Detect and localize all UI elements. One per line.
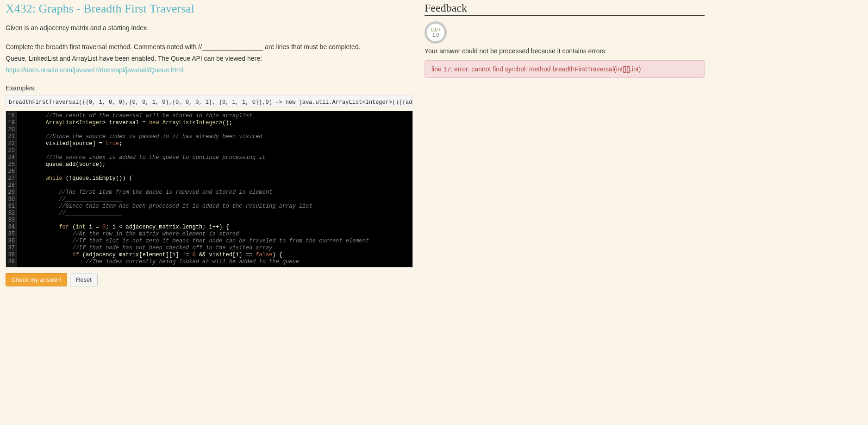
- score-numerator: 0.0 /: [431, 27, 440, 32]
- code-editor[interactable]: 1819202122232425262728293031323334353637…: [6, 111, 413, 267]
- code-line[interactable]: [19, 147, 411, 154]
- line-number: 38: [7, 252, 15, 259]
- line-number: 33: [7, 217, 15, 224]
- error-box: line 17: error: cannot find symbol: meth…: [425, 60, 705, 78]
- line-number: 31: [7, 203, 15, 210]
- line-number: 25: [7, 161, 15, 168]
- problem-description: Given is an adjacency matrix and a start…: [6, 23, 413, 93]
- code-line[interactable]: //Since this item has been processed it …: [19, 203, 411, 210]
- line-number: 34: [7, 224, 15, 231]
- line-number: 35: [7, 231, 15, 238]
- api-note-text: Queue, LinkedList and ArrayList have bee…: [6, 54, 413, 63]
- editor-code-area[interactable]: //The result of the traversal will be st…: [17, 111, 412, 267]
- line-number: 39: [7, 259, 15, 266]
- code-line[interactable]: [19, 217, 411, 224]
- problem-title[interactable]: X432: Graphs - Breadth First Traversal: [6, 2, 413, 16]
- check-answer-button[interactable]: Check my answer!: [6, 273, 67, 286]
- editor-gutter: 1819202122232425262728293031323334353637…: [6, 111, 17, 267]
- code-line[interactable]: [19, 127, 411, 133]
- line-number: 21: [7, 133, 15, 140]
- line-number: 23: [7, 147, 15, 154]
- code-line[interactable]: //The source index is added to the queue…: [19, 154, 411, 161]
- code-line[interactable]: //If that slot is not zero it means that…: [19, 238, 411, 245]
- line-number: 36: [7, 238, 15, 245]
- code-line[interactable]: //The result of the traversal will be st…: [19, 113, 411, 120]
- line-number: 30: [7, 196, 15, 203]
- line-number: 29: [7, 189, 15, 196]
- line-number: 27: [7, 175, 15, 182]
- examples-label: Examples:: [6, 83, 413, 93]
- problem-panel: X432: Graphs - Breadth First Traversal G…: [6, 2, 425, 286]
- line-number: 37: [7, 245, 15, 252]
- code-line[interactable]: //_________________: [19, 196, 411, 203]
- code-line[interactable]: //The first item from the queue is remov…: [19, 189, 411, 196]
- line-number: 26: [7, 168, 15, 175]
- code-line[interactable]: ArrayList<Integer> traversal = new Array…: [19, 120, 411, 127]
- example-code: breadthFirstTraversal({{0, 1, 0, 0},{0, …: [9, 99, 413, 106]
- feedback-heading: Feedback: [425, 2, 705, 16]
- code-line[interactable]: [19, 182, 411, 189]
- feedback-panel: Feedback 0.0 / 1.0 Your answer could not…: [425, 2, 705, 286]
- example-box[interactable]: breadthFirstTraversal({{0, 1, 0, 0},{0, …: [6, 95, 413, 107]
- line-number: 28: [7, 182, 15, 189]
- code-line[interactable]: queue.add(source);: [19, 161, 411, 168]
- line-number: 19: [7, 120, 15, 127]
- code-line[interactable]: //At the row in the matrix where element…: [19, 231, 411, 238]
- code-line[interactable]: visited[source] = true;: [19, 140, 411, 147]
- intro-text: Given is an adjacency matrix and a start…: [6, 23, 413, 33]
- button-row: Check my answer! Reset: [6, 273, 413, 286]
- code-line[interactable]: //_________________: [19, 210, 411, 217]
- api-link[interactable]: https://docs.oracle.com/javase/7/docs/ap…: [6, 66, 183, 74]
- code-line[interactable]: [19, 168, 411, 175]
- line-number: 20: [7, 127, 15, 133]
- code-line[interactable]: //If that node has not been checked off …: [19, 245, 411, 252]
- feedback-message: Your answer could not be processed becau…: [425, 47, 705, 55]
- line-number: 32: [7, 210, 15, 217]
- score-denominator: 1.0: [432, 32, 439, 38]
- reset-button[interactable]: Reset: [70, 273, 98, 286]
- code-line[interactable]: while (!queue.isEmpty()) {: [19, 175, 411, 182]
- code-line[interactable]: if (adjacency_matrix[element][i] != 0 &&…: [19, 252, 411, 259]
- error-text: line 17: error: cannot find symbol: meth…: [431, 65, 641, 73]
- line-number: 18: [7, 113, 15, 120]
- line-number: 24: [7, 154, 15, 161]
- score-circle: 0.0 / 1.0: [425, 21, 447, 44]
- code-line[interactable]: //Since the source index is passed in it…: [19, 133, 411, 140]
- code-line[interactable]: //The index currently being looked at wi…: [19, 259, 411, 266]
- instruction-text: Complete the breadth first traversal met…: [6, 42, 413, 52]
- code-line[interactable]: for (int i = 0; i < adjacency_matrix.len…: [19, 224, 411, 231]
- line-number: 22: [7, 140, 15, 147]
